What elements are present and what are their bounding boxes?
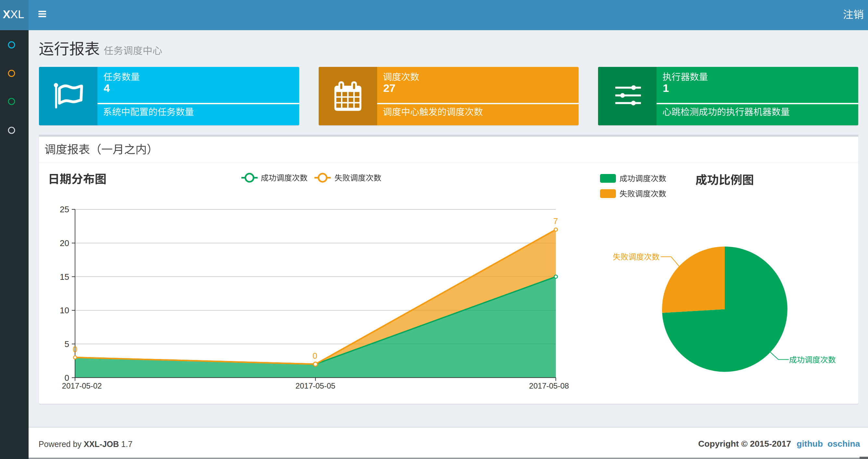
svg-text:4: 4 [104, 82, 110, 94]
svg-text:27: 27 [383, 82, 396, 94]
svg-text:20: 20 [60, 238, 69, 248]
svg-text:2017-05-05: 2017-05-05 [296, 382, 336, 390]
svg-text:25: 25 [60, 204, 69, 214]
svg-text:15: 15 [60, 272, 69, 282]
svg-text:7: 7 [553, 216, 558, 226]
svg-text:0: 0 [73, 345, 77, 354]
svg-text:Powered by XXL-JOB 1.7: Powered by XXL-JOB 1.7 [39, 439, 132, 449]
svg-text:5: 5 [65, 339, 69, 349]
svg-text:1: 1 [663, 82, 669, 94]
svg-text:2017-05-02: 2017-05-02 [62, 382, 102, 390]
svg-text:XXL: XXL [3, 8, 24, 21]
svg-text:2017-05-08: 2017-05-08 [529, 382, 569, 390]
svg-text:Copyright © 2015-2017githubosc: Copyright © 2015-2017githuboschina [698, 439, 860, 449]
svg-text:10: 10 [60, 305, 69, 315]
svg-text:0: 0 [312, 351, 317, 361]
